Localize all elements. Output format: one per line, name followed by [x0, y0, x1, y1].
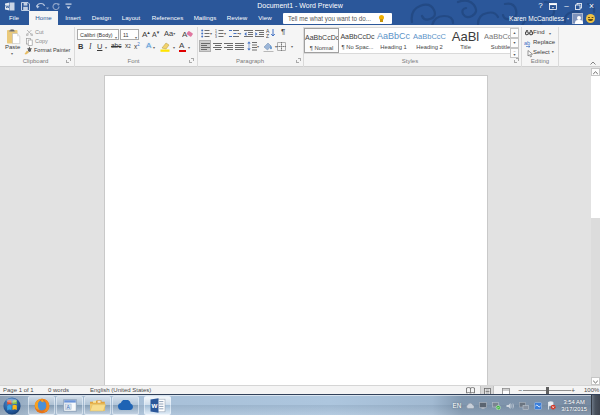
- svg-text:3: 3: [215, 35, 217, 38]
- svg-text:w: w: [150, 401, 157, 410]
- svg-text:ab: ab: [524, 40, 530, 46]
- svg-text:Z: Z: [266, 33, 269, 38]
